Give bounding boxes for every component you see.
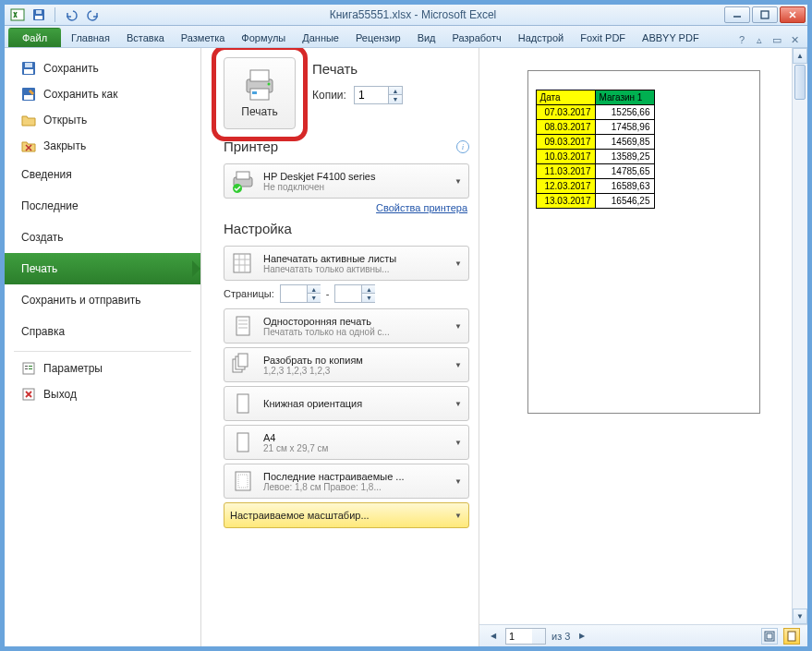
menu-label: Сохранить и отправить <box>21 294 141 307</box>
print-button[interactable]: Печать <box>224 57 296 129</box>
svg-rect-15 <box>29 368 32 369</box>
chevron-down-icon: ▼ <box>454 322 463 331</box>
menu-help[interactable]: Справка <box>5 316 200 347</box>
show-margins-button[interactable] <box>761 628 778 645</box>
menu-save-as[interactable]: Сохранить как <box>5 81 200 107</box>
save-qat-button[interactable] <box>30 6 47 23</box>
svg-rect-10 <box>24 95 33 100</box>
close-button[interactable] <box>780 6 806 23</box>
menu-label: Выход <box>43 388 77 401</box>
redo-button[interactable] <box>85 6 102 23</box>
menu-info[interactable]: Сведения <box>5 159 200 190</box>
pages-from-input[interactable]: ▲▼ <box>280 284 321 303</box>
prev-page-button[interactable]: ◀ <box>487 630 500 643</box>
svg-rect-7 <box>24 69 33 74</box>
svg-rect-25 <box>234 254 250 272</box>
help-icon[interactable]: ? <box>734 32 749 47</box>
tab-foxit[interactable]: Foxit PDF <box>572 28 634 47</box>
pages-to-input[interactable]: ▲▼ <box>334 284 375 303</box>
paper-dropdown[interactable]: A4 21 см x 29,7 см ▼ <box>224 425 469 460</box>
maximize-button[interactable] <box>752 6 778 23</box>
scroll-down-icon[interactable]: ▼ <box>793 609 807 624</box>
tab-abbyy[interactable]: ABBYY PDF <box>634 28 708 47</box>
doc-close-icon[interactable]: ✕ <box>787 32 802 47</box>
svg-rect-42 <box>767 633 772 639</box>
zoom-to-page-button[interactable] <box>783 628 800 645</box>
ribbon-tabs: Файл Главная Вставка Разметка Формулы Да… <box>5 26 807 48</box>
menu-exit[interactable]: Выход <box>5 381 200 407</box>
dd-title: Напечатать активные листы <box>263 253 446 264</box>
tab-view[interactable]: Вид <box>409 28 444 47</box>
spin-down-icon[interactable]: ▼ <box>389 95 402 103</box>
menu-send[interactable]: Сохранить и отправить <box>5 284 200 316</box>
minimize-button[interactable] <box>724 6 750 23</box>
tab-insert[interactable]: Вставка <box>118 28 173 47</box>
menu-options[interactable]: Параметры <box>5 356 200 381</box>
chevron-down-icon: ▼ <box>454 512 463 520</box>
svg-rect-14 <box>29 366 32 367</box>
copies-input[interactable] <box>355 87 388 103</box>
dd-title: Настраиваемое масштабир... <box>230 510 446 521</box>
tab-data[interactable]: Данные <box>294 28 347 47</box>
next-page-button[interactable]: ▶ <box>576 630 588 643</box>
menu-save[interactable]: Сохранить <box>5 55 200 81</box>
tab-layout[interactable]: Разметка <box>173 28 234 47</box>
undo-button[interactable] <box>63 6 79 23</box>
menu-open[interactable]: Открыть <box>5 107 200 133</box>
tab-review[interactable]: Рецензир <box>347 28 409 47</box>
print-button-label: Печать <box>241 105 277 118</box>
menu-label: Печать <box>21 262 57 275</box>
dd-sub: 1,2,3 1,2,3 1,2,3 <box>263 366 446 376</box>
svg-rect-2 <box>35 16 42 19</box>
menu-label: Последние <box>21 199 79 212</box>
menu-close[interactable]: Закрыть <box>5 133 200 159</box>
margins-icon <box>230 468 256 494</box>
preview-page: ДатаМагазин 107.03.201715256,6608.03.201… <box>527 70 760 414</box>
dd-sub: Напечатать только активны... <box>263 264 446 274</box>
menu-new[interactable]: Создать <box>5 222 200 253</box>
titlebar: Книга55551.xlsx - Microsoft Excel <box>5 5 807 26</box>
doc-restore-icon[interactable]: ▭ <box>770 32 784 47</box>
svg-rect-23 <box>236 172 249 179</box>
tab-file[interactable]: Файл <box>8 28 61 47</box>
orientation-dropdown[interactable]: Книжная ориентация ▼ <box>224 386 469 421</box>
dd-sub: Левое: 1,8 см Правое: 1,8... <box>263 482 446 492</box>
tab-home[interactable]: Главная <box>63 28 118 47</box>
printer-properties-link[interactable]: Свойства принтера <box>224 202 467 213</box>
printer-name: HP Deskjet F4100 series <box>263 171 446 182</box>
settings-section-title: Настройка <box>224 221 469 236</box>
spin-up-icon[interactable]: ▲ <box>389 87 402 95</box>
chevron-down-icon: ▼ <box>454 361 463 369</box>
menu-recent[interactable]: Последние <box>5 190 200 222</box>
sides-dropdown[interactable]: Односторонняя печать Печатать только на … <box>224 308 469 344</box>
menu-label: Открыть <box>43 114 87 127</box>
scroll-thumb[interactable] <box>794 65 806 100</box>
collate-dropdown[interactable]: Разобрать по копиям 1,2,3 1,2,3 1,2,3 ▼ <box>224 347 469 382</box>
info-icon[interactable]: i <box>456 140 469 153</box>
vertical-scrollbar[interactable]: ▲ ▼ <box>792 48 807 624</box>
svg-rect-8 <box>25 63 32 67</box>
copies-label: Копии: <box>312 89 346 102</box>
svg-rect-3 <box>36 10 42 14</box>
printer-section-title: Принтер <box>224 139 278 154</box>
copies-spinner[interactable]: ▲▼ <box>354 86 403 104</box>
collate-icon <box>230 352 256 378</box>
scroll-up-icon[interactable]: ▲ <box>793 48 807 64</box>
printer-dropdown[interactable]: HP Deskjet F4100 series Не подключен ▼ <box>224 163 469 199</box>
scaling-dropdown[interactable]: Настраиваемое масштабир... ▼ <box>224 502 469 528</box>
sheets-icon <box>230 250 256 276</box>
tab-formulas[interactable]: Формулы <box>233 28 294 47</box>
print-what-dropdown[interactable]: Напечатать активные листы Напечатать тол… <box>224 246 469 281</box>
svg-point-21 <box>268 83 271 86</box>
chevron-down-icon: ▼ <box>454 439 463 447</box>
tab-developer[interactable]: Разработч <box>444 28 510 47</box>
page-number-input[interactable] <box>505 628 546 645</box>
chevron-down-icon: ▼ <box>454 477 463 486</box>
svg-rect-30 <box>236 317 249 335</box>
menu-print[interactable]: Печать <box>5 253 200 284</box>
margins-dropdown[interactable]: Последние настраиваемые ... Левое: 1,8 с… <box>224 464 469 499</box>
pages-label: Страницы: <box>224 288 274 299</box>
ribbon-minimize-icon[interactable]: ▵ <box>752 32 767 47</box>
tab-addins[interactable]: Надстрой <box>510 28 572 47</box>
options-icon <box>21 361 36 376</box>
